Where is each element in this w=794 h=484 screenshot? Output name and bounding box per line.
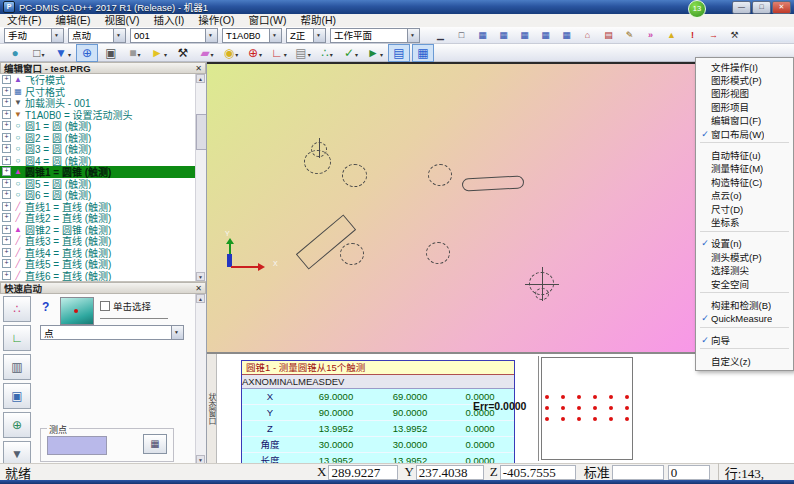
tree-item[interactable]: 圆4 = 圆 (触测) (0, 155, 206, 167)
expand-icon[interactable] (2, 271, 11, 280)
tree-item[interactable]: 直线5 = 直线 (触测) (0, 258, 206, 270)
tree-item[interactable]: 直线1 = 直线 (触测) (0, 201, 206, 213)
chevron-down-icon[interactable] (313, 29, 325, 42)
context-menu-item[interactable]: 测头模式(P) (696, 250, 793, 263)
context-menu-item[interactable] (700, 142, 789, 146)
tree-item[interactable]: 直线4 = 直线 (触测) (0, 247, 206, 259)
quick-start-header[interactable]: 快速启动 (0, 282, 206, 294)
expand-icon[interactable] (2, 133, 11, 142)
minimize-button[interactable] (732, 1, 751, 14)
expand-icon[interactable] (2, 248, 11, 257)
expand-icon[interactable] (2, 167, 11, 176)
context-menu-item[interactable]: 自动特征(u) (696, 148, 793, 161)
toolbar-combo[interactable]: 手动 (4, 28, 64, 43)
tree-item[interactable]: 圆锥1 = 圆锥 (触测) (0, 166, 206, 178)
expand-icon[interactable] (2, 144, 11, 153)
quick-start-scrollbar[interactable] (195, 294, 206, 464)
probe-icon[interactable]: ▼ (3, 441, 31, 464)
report-window-toggle-icon[interactable]: ▦ (412, 44, 434, 62)
context-menu-item[interactable]: 构造特征(C) (696, 175, 793, 188)
tree-item[interactable]: 圆1 = 圆 (触测) (0, 120, 206, 132)
view-cube-icon[interactable]: □ (28, 44, 50, 62)
quickmeasure-sphere-icon[interactable]: ● (4, 44, 26, 62)
tree-item[interactable]: 直线3 = 直线 (触测) (0, 235, 206, 247)
menu-item[interactable]: 视图(V) (97, 14, 146, 27)
context-menu-item[interactable]: 点云(o) (696, 189, 793, 202)
menu-item[interactable]: 帮助(H) (293, 14, 343, 27)
alert-icon[interactable]: ! (683, 27, 702, 43)
tree-item[interactable]: 飞行模式 (0, 74, 206, 86)
context-menu-item[interactable]: 安全空间 (696, 277, 793, 290)
tree-item[interactable]: 直线2 = 直线 (触测) (0, 212, 206, 224)
tree-item[interactable]: 圆2 = 圆 (触测) (0, 132, 206, 144)
menu-item[interactable]: 插入(I) (146, 14, 191, 27)
chevron-down-icon[interactable] (171, 326, 183, 339)
point-cloud-icon[interactable]: ∴ (316, 44, 338, 62)
probe-mode-icon[interactable]: ▼ (52, 44, 74, 62)
scroll-up-icon[interactable] (196, 74, 205, 83)
expand-icon[interactable] (2, 156, 11, 165)
tree-item[interactable]: 圆6 = 圆 (触测) (0, 189, 206, 201)
context-menu-item[interactable]: 设置(n) (696, 237, 793, 250)
report-template-icon[interactable]: ▤ (599, 27, 618, 43)
context-menu-item[interactable]: 编辑窗口(F) (696, 114, 793, 127)
expand-icon[interactable] (2, 98, 11, 107)
hammer-tools-icon[interactable]: ⚒ (172, 44, 194, 62)
menu-item[interactable]: 操作(O) (191, 14, 241, 27)
graphic-window-layout-icon[interactable]: ▦ (494, 27, 513, 43)
pan-view-icon[interactable]: ⊕ (76, 44, 98, 62)
report-window-layout-icon[interactable]: ▦ (536, 27, 555, 43)
path-arrows-icon[interactable]: » (641, 27, 660, 43)
toolbar-combo[interactable]: 工作平面 (330, 28, 420, 43)
window-restore-icon[interactable]: ▁ (431, 27, 450, 43)
close-icon[interactable] (195, 284, 202, 293)
context-menu-item[interactable] (700, 327, 789, 331)
expand-icon[interactable] (2, 75, 11, 84)
wireframe-box-icon[interactable]: ■ (124, 44, 146, 62)
expand-icon[interactable] (2, 225, 11, 234)
tree-item[interactable]: 圆3 = 圆 (触测) (0, 143, 206, 155)
export-excel-icon[interactable]: → (704, 27, 723, 43)
tree-item[interactable]: 加载测头 - 001 (0, 97, 206, 109)
context-menu-item[interactable]: 尺寸(D) (696, 202, 793, 215)
context-menu-item[interactable]: 向导 (696, 333, 793, 346)
scroll-down-icon[interactable] (196, 272, 205, 281)
circle-feature-icon[interactable]: ◉ (220, 44, 242, 62)
window-icon[interactable] (143, 434, 167, 454)
operator-mode-icon[interactable]: ▲ (662, 27, 681, 43)
status-window-caption[interactable]: 状态窗口 (207, 354, 217, 463)
context-menu-item[interactable]: 图形视图 (696, 87, 793, 100)
menu-item[interactable]: 文件(F) (0, 14, 48, 27)
check-mark-icon[interactable]: ✓ (340, 44, 362, 62)
grid-edit-icon[interactable]: ✎ (620, 27, 639, 43)
target-icon[interactable]: ⊕ (3, 412, 31, 438)
comment-icon[interactable]: ▣ (100, 44, 122, 62)
context-menu-item[interactable] (700, 231, 789, 235)
single-click-select-checkbox[interactable]: 单击选择 (100, 299, 151, 313)
expand-icon[interactable] (2, 236, 11, 245)
scrollbar-thumb[interactable] (196, 114, 206, 150)
target-feature-icon[interactable]: ⊕ (244, 44, 266, 62)
context-menu-item[interactable]: 文件操作(I) (696, 60, 793, 73)
alignment-icon[interactable]: ∟ (3, 325, 31, 351)
tree-item[interactable]: 圆5 = 圆 (触测) (0, 178, 206, 190)
status-window-layout-icon[interactable]: ▦ (557, 27, 576, 43)
edit-window-toggle-icon[interactable]: ▤ (388, 44, 410, 62)
context-menu-item[interactable]: 构建和检测(B) (696, 298, 793, 311)
context-menu-item[interactable] (700, 348, 789, 352)
tree-item[interactable]: T1A0B0 = 设置活动测头 (0, 109, 206, 121)
maximize-button[interactable] (752, 1, 771, 14)
expand-icon[interactable] (2, 121, 11, 130)
machine-icon[interactable]: ⌂ (578, 27, 597, 43)
customize-tools-icon[interactable]: ⚒ (725, 27, 744, 43)
tree-item[interactable]: 直线6 = 直线 (触测) (0, 270, 206, 282)
color-swatch[interactable] (47, 436, 107, 455)
scroll-up-icon[interactable] (196, 294, 205, 303)
expand-icon[interactable] (2, 87, 11, 96)
tree-item[interactable]: 尺寸格式 (0, 86, 206, 98)
context-menu-item[interactable]: 自定义(z) (696, 354, 793, 367)
toolbar-combo[interactable]: 001 (130, 28, 218, 43)
help-icon[interactable]: ? (42, 300, 49, 314)
expand-icon[interactable] (2, 190, 11, 199)
context-menu-item[interactable]: 图形项目 (696, 100, 793, 113)
